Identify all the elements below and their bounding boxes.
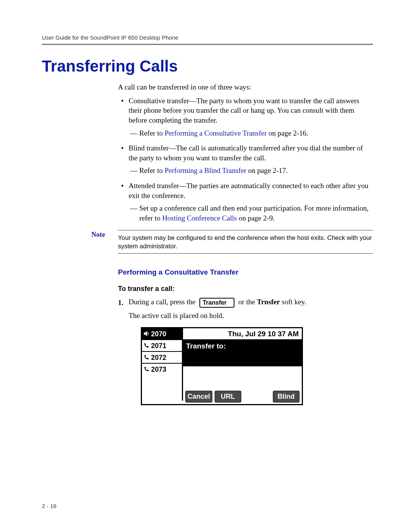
body-content: A call can be transferred in one of thre… (118, 82, 373, 223)
speaker-icon (143, 329, 150, 339)
intro-paragraph: A call can be transferred in one of thre… (118, 82, 373, 92)
step-1: 1. During a call, press the Transfer or … (118, 297, 373, 320)
phone-icon (143, 341, 150, 350)
procedure-title: To transfer a call: (118, 284, 373, 293)
softkey-cancel: Cancel (185, 391, 212, 402)
running-header: User Guide for the SoundPoint IP 650 Des… (42, 34, 373, 41)
phone-datetime: Thu, Jul 29 10 37 AM (183, 328, 302, 340)
bullet-text: Attended transfer—The parties are automa… (129, 182, 368, 200)
subsection-title: Performing a Consultative Transfer (118, 267, 373, 277)
xref-blind[interactable]: Performing a Blind Transfer (164, 166, 246, 174)
line-keys-column: 2070 2071 2072 (142, 328, 183, 389)
softkey-name: Trnsfer (257, 298, 280, 306)
line-key-2: 2071 (142, 340, 182, 352)
transfer-key-icon: Transfer (199, 298, 234, 308)
step-result: The active call is placed on hold. (129, 312, 224, 320)
transfer-types-list: Consultative transfer—The party to whom … (118, 96, 373, 223)
procedure-block: Performing a Consultative Transfer To tr… (118, 267, 373, 405)
line-key-1: 2070 (142, 328, 182, 340)
header-rule (42, 44, 373, 45)
line-key-3: 2072 (142, 352, 182, 364)
phone-icon (143, 365, 150, 374)
line-number: 2072 (151, 353, 166, 362)
steps-list: 1. During a call, press the Transfer or … (118, 297, 373, 320)
phone-blank-area (183, 366, 302, 389)
bullet-blind: Blind transfer—The call is automatically… (118, 143, 373, 176)
note-body: Your system may be configured to end the… (118, 230, 373, 254)
sub-blind: Refer to Performing a Blind Transfer on … (129, 166, 373, 176)
transfer-prompt: Transfer to: (183, 340, 302, 366)
page-number: 2 - 16 (42, 503, 56, 509)
sub-attended: Set up a conference call and then end yo… (129, 203, 373, 223)
step-number: 1. (118, 298, 123, 308)
sub-consultative: Refer to Performing a Consultative Trans… (129, 128, 373, 138)
line-key-4: 2073 (142, 364, 182, 375)
section-title: Transferring Calls (42, 57, 373, 75)
bullet-text: Consultative transfer—The party to whom … (129, 97, 359, 124)
xref-conference[interactable]: Hosting Conference Calls (162, 214, 237, 222)
phone-icon (143, 353, 150, 362)
bullet-consultative: Consultative transfer—The party to whom … (118, 96, 373, 138)
phone-screenshot: 2070 2071 2072 (141, 327, 373, 405)
xref-consultative[interactable]: Performing a Consultative Transfer (164, 129, 267, 137)
bullet-text: Blind transfer—The call is automatically… (129, 144, 363, 162)
softkey-blind: Blind (273, 391, 300, 402)
note-block: Note Your system may be configured to en… (91, 230, 373, 254)
page: User Guide for the SoundPoint IP 650 Des… (0, 0, 411, 532)
line-number: 2073 (151, 365, 166, 374)
line-number: 2071 (151, 341, 166, 350)
bullet-attended: Attended transfer—The parties are automa… (118, 181, 373, 223)
softkey-url: URL (215, 391, 242, 402)
note-label: Note (91, 230, 118, 239)
line-number: 2070 (151, 329, 166, 339)
softkey-row: Cancel URL Blind (183, 389, 302, 404)
svg-marker-0 (144, 331, 147, 336)
